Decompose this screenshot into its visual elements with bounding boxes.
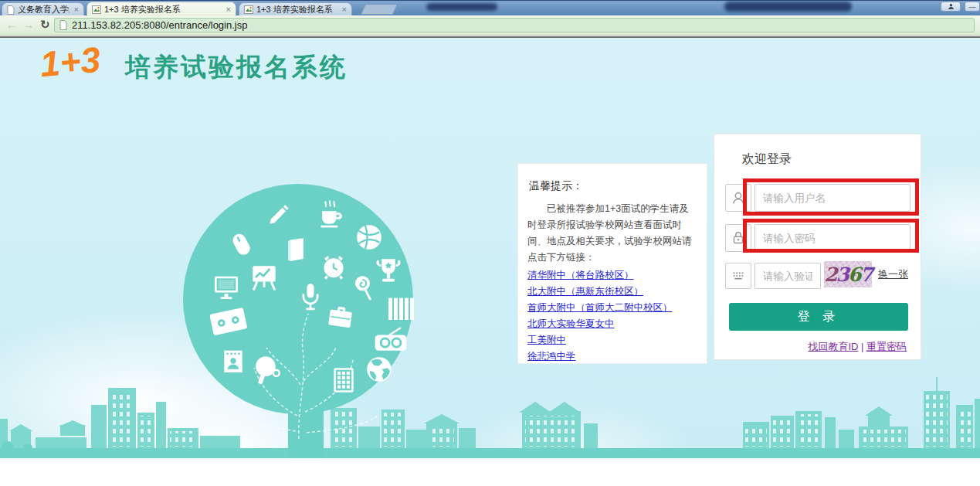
browser-tab-2-active[interactable]: 1+3 培养实验报名系 × <box>86 2 236 16</box>
tab-close-icon[interactable]: × <box>225 5 231 14</box>
blurred-region <box>724 2 852 12</box>
school-link-qinghua[interactable]: 清华附中（将台路校区） <box>527 267 697 284</box>
briefcase-icon <box>324 301 357 331</box>
reset-password-link[interactable]: 重置密码 <box>866 341 907 352</box>
refresh-captcha-link[interactable]: 换一张 <box>878 267 908 281</box>
pencil-icon <box>261 200 293 233</box>
pingpong-paddle-icon <box>249 353 283 389</box>
user-icon <box>730 189 747 206</box>
lock-icon <box>730 229 747 246</box>
document-icon <box>7 5 15 15</box>
school-link-gongmei[interactable]: 工美附中 <box>527 332 697 348</box>
chart-easel-icon <box>247 260 281 294</box>
back-button[interactable]: ← <box>6 17 17 32</box>
coffee-cup-icon <box>315 197 349 231</box>
basketball-icon <box>354 222 385 253</box>
school-link-shoushida[interactable]: 首师大附中（首师大二附中校区） <box>527 300 697 316</box>
forward-button[interactable]: → <box>23 17 34 32</box>
browser-tab-3[interactable]: 1+3 培养实验报名系 × <box>239 2 352 16</box>
city-skyline <box>0 368 980 458</box>
school-link-beishida[interactable]: 北师大实验华夏女中 <box>527 316 697 332</box>
password-icon-cell <box>725 224 751 252</box>
calculator-icon <box>331 365 357 395</box>
tips-panel: 温馨提示： 已被推荐参加1+3面试的学生请及时登录所报试验学校网站查看面试时间、… <box>517 163 707 364</box>
piano-keys-icon <box>385 293 415 324</box>
tab-title: 1+3 培养实验报名系 <box>256 4 337 15</box>
cassette-icon <box>210 307 247 338</box>
globe-icon <box>363 353 395 386</box>
url-text: 211.153.82.205:8080/entrance/login.jsp <box>72 19 247 31</box>
radio-icon <box>372 325 409 353</box>
school-link-beida[interactable]: 北大附中（惠新东街校区） <box>527 284 697 300</box>
book-icon <box>283 235 312 266</box>
monitor-icon <box>210 271 242 302</box>
tab-close-icon[interactable]: × <box>341 5 347 14</box>
profile-button[interactable] <box>941 2 961 12</box>
reload-button[interactable]: ↻ <box>40 17 50 32</box>
browser-tab-1[interactable]: 义务教育入学服务平 × <box>2 2 84 16</box>
login-button[interactable]: 登 录 <box>729 303 908 331</box>
address-bar[interactable]: 211.153.82.205:8080/entrance/login.jsp <box>54 18 975 32</box>
image-favicon-icon <box>92 5 101 14</box>
image-favicon-icon <box>244 5 253 14</box>
browser-toolbar: ← → ↻ 211.153.82.205:8080/entrance/login… <box>0 15 980 36</box>
link-separator: | <box>858 341 866 352</box>
minimize-button[interactable]: — <box>965 2 980 12</box>
tab-title: 1+3 培养实验报名系 <box>104 4 222 15</box>
username-input[interactable] <box>754 184 910 212</box>
microphone-icon <box>295 279 326 313</box>
password-input[interactable] <box>754 224 910 252</box>
tab-title: 义务教育入学服务平 <box>18 4 70 15</box>
site-logo-mark: 1+3 <box>39 39 102 86</box>
browser-tab-strip: 义务教育入学服务平 × 1+3 培养实验报名系 × 1+3 培养实验报名系 × … <box>0 0 980 15</box>
captcha-image[interactable]: 2367 <box>824 261 872 287</box>
computer-mouse-icon <box>226 229 257 260</box>
blurred-region <box>426 3 497 11</box>
find-education-id-link[interactable]: 找回教育ID <box>808 341 858 352</box>
page-icon <box>59 20 67 30</box>
login-title: 欢迎登录 <box>742 151 792 168</box>
tab-close-icon[interactable]: × <box>73 5 79 14</box>
school-link-xubeihong[interactable]: 徐悲鸿中学 <box>527 348 697 365</box>
keyboard-icon <box>730 267 747 284</box>
tips-title: 温馨提示： <box>529 179 697 193</box>
id-card-icon <box>219 345 247 376</box>
site-logo-title: 培养试验报名系统 <box>125 50 348 85</box>
captcha-input[interactable] <box>754 263 821 289</box>
login-page: 1+3 培养试验报名系统 <box>0 38 980 458</box>
person-icon <box>948 3 955 10</box>
new-tab-button[interactable] <box>361 4 398 15</box>
alarm-clock-icon <box>318 251 349 282</box>
login-panel: 欢迎登录 2367 换一张 登 录 找回教育ID | 重置密码 <box>714 134 921 360</box>
username-icon-cell <box>725 184 751 212</box>
account-help-links: 找回教育ID | 重置密码 <box>808 340 907 354</box>
captcha-icon-cell <box>725 263 751 289</box>
tips-body: 已被推荐参加1+3面试的学生请及时登录所报试验学校网站查看面试时间、地点及相关要… <box>527 201 697 266</box>
